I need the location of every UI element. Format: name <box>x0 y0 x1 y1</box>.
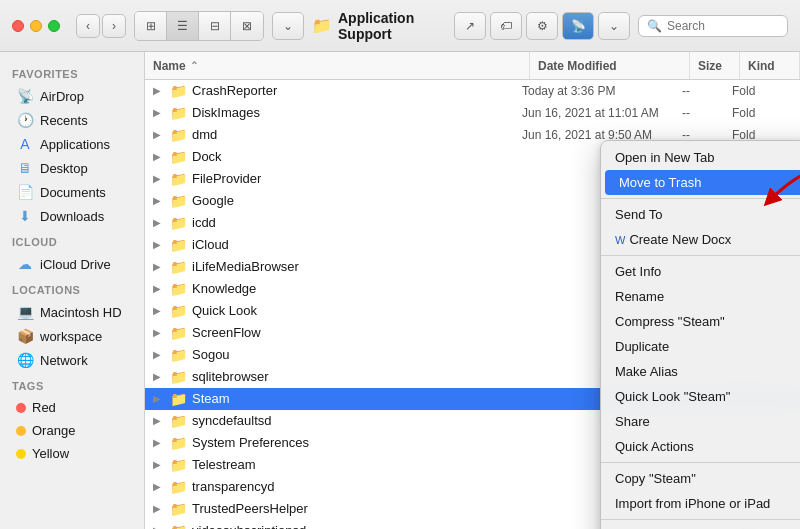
file-size: -- <box>682 106 732 120</box>
sidebar-item-label: AirDrop <box>40 89 84 104</box>
search-input[interactable] <box>667 19 779 33</box>
file-row-name: ▶ 📁 Dock <box>153 149 522 165</box>
close-button[interactable] <box>12 20 24 32</box>
list-view-button[interactable]: ☰ <box>167 12 199 40</box>
ctx-create-new-docx[interactable]: W Create New Docx <box>601 227 800 252</box>
file-name: icdd <box>192 215 216 230</box>
sidebar-item-applications[interactable]: A Applications <box>4 132 140 156</box>
file-name: System Preferences <box>192 435 309 450</box>
tag-button[interactable]: 🏷 <box>490 12 522 40</box>
view-toggle-button[interactable]: ⌄ <box>598 12 630 40</box>
sidebar-item-workspace[interactable]: 📦 workspace <box>4 324 140 348</box>
sidebar-item-downloads[interactable]: ⬇ Downloads <box>4 204 140 228</box>
view-options-button[interactable]: ⌄ <box>272 12 304 40</box>
sidebar-item-label: workspace <box>40 329 102 344</box>
ctx-make-alias[interactable]: Make Alias <box>601 359 800 384</box>
ctx-compress[interactable]: Compress "Steam" <box>601 309 800 334</box>
folder-icon: 📁 <box>170 369 187 385</box>
ctx-quick-look[interactable]: Quick Look "Steam" <box>601 384 800 409</box>
window-title: Application Support <box>338 10 446 42</box>
date-column-header[interactable]: Date Modified <box>530 52 690 79</box>
file-row-name: ▶ 📁 DiskImages <box>153 105 522 121</box>
file-row-name: ▶ 📁 TrustedPeersHelper <box>153 501 522 517</box>
file-name: DiskImages <box>192 105 260 120</box>
search-icon: 🔍 <box>647 19 662 33</box>
sidebar-item-red[interactable]: Red <box>4 396 140 419</box>
disclosure-triangle: ▶ <box>153 371 165 382</box>
sidebar-item-macintosh-hd[interactable]: 💻 Macintosh HD <box>4 300 140 324</box>
file-row-name: ▶ 📁 sqlitebrowser <box>153 369 522 385</box>
file-name: CrashReporter <box>192 83 277 98</box>
ctx-import-iphone[interactable]: Import from iPhone or iPad ▶ <box>601 491 800 516</box>
folder-icon: 📁 <box>170 303 187 319</box>
folder-icon: 📁 <box>312 16 332 35</box>
applications-icon: A <box>16 136 34 152</box>
sidebar: Favorites 📡 AirDrop 🕐 Recents A Applicat… <box>0 52 145 529</box>
sidebar-item-recents[interactable]: 🕐 Recents <box>4 108 140 132</box>
docx-icon: W <box>615 234 625 246</box>
orange-tag-dot <box>16 426 26 436</box>
folder-icon: 📁 <box>170 171 187 187</box>
ctx-share[interactable]: Share ▶ <box>601 409 800 434</box>
search-box[interactable]: 🔍 <box>638 15 788 37</box>
file-row-name: ▶ 📁 FileProvider <box>153 171 522 187</box>
sidebar-item-icloud-drive[interactable]: ☁ iCloud Drive <box>4 252 140 276</box>
file-row-name: ▶ 📁 Steam <box>153 391 522 407</box>
titlebar: ‹ › ⊞ ☰ ⊟ ⊠ ⌄ 📁 Application Support ↗ 🏷 … <box>0 0 800 52</box>
ctx-separator-1 <box>601 198 800 199</box>
sidebar-item-desktop[interactable]: 🖥 Desktop <box>4 156 140 180</box>
file-name: iLifeMediaBrowser <box>192 259 299 274</box>
context-menu: Open in New Tab Move to Trash Send To ▶ … <box>600 140 800 529</box>
ctx-get-info[interactable]: Get Info <box>601 259 800 284</box>
gallery-view-button[interactable]: ⊠ <box>231 12 263 40</box>
sidebar-item-yellow[interactable]: Yellow <box>4 442 140 465</box>
ctx-quick-actions[interactable]: Quick Actions ▶ <box>601 434 800 459</box>
ctx-use-groups[interactable]: Use Groups <box>601 523 800 529</box>
ctx-duplicate[interactable]: Duplicate <box>601 334 800 359</box>
airdrop-toolbar-button[interactable]: 📡 <box>562 12 594 40</box>
fullscreen-button[interactable] <box>48 20 60 32</box>
disclosure-triangle: ▶ <box>153 151 165 162</box>
file-name: Telestream <box>192 457 256 472</box>
hd-icon: 💻 <box>16 304 34 320</box>
locations-label: Locations <box>0 276 144 300</box>
size-column-header[interactable]: Size <box>690 52 740 79</box>
table-row[interactable]: ▶ 📁 CrashReporter Today at 3:36 PM -- Fo… <box>145 80 800 102</box>
file-row-name: ▶ 📁 transparencyd <box>153 479 522 495</box>
action-button[interactable]: ⚙ <box>526 12 558 40</box>
file-name: iCloud <box>192 237 229 252</box>
table-row[interactable]: ▶ 📁 DiskImages Jun 16, 2021 at 11:01 AM … <box>145 102 800 124</box>
file-row-name: ▶ 📁 Quick Look <box>153 303 522 319</box>
icon-view-button[interactable]: ⊞ <box>135 12 167 40</box>
disclosure-triangle: ▶ <box>153 195 165 206</box>
name-column-header[interactable]: Name ⌃ <box>145 52 530 79</box>
sidebar-item-network[interactable]: 🌐 Network <box>4 348 140 372</box>
main-area: Favorites 📡 AirDrop 🕐 Recents A Applicat… <box>0 52 800 529</box>
back-button[interactable]: ‹ <box>76 14 100 38</box>
file-row-name: ▶ 📁 iCloud <box>153 237 522 253</box>
disclosure-triangle: ▶ <box>153 525 165 529</box>
folder-icon: 📁 <box>170 479 187 495</box>
sidebar-item-documents[interactable]: 📄 Documents <box>4 180 140 204</box>
ctx-send-to[interactable]: Send To ▶ <box>601 202 800 227</box>
disclosure-triangle: ▶ <box>153 459 165 470</box>
file-name: Google <box>192 193 234 208</box>
nav-buttons: ‹ › <box>76 14 126 38</box>
sidebar-item-airdrop[interactable]: 📡 AirDrop <box>4 84 140 108</box>
disclosure-triangle: ▶ <box>153 327 165 338</box>
file-name: Knowledge <box>192 281 256 296</box>
kind-column-header[interactable]: Kind <box>740 52 800 79</box>
ctx-rename[interactable]: Rename <box>601 284 800 309</box>
disclosure-triangle: ▶ <box>153 173 165 184</box>
forward-button[interactable]: › <box>102 14 126 38</box>
ctx-open-new-tab[interactable]: Open in New Tab <box>601 145 800 170</box>
column-view-button[interactable]: ⊟ <box>199 12 231 40</box>
share-toolbar-button[interactable]: ↗ <box>454 12 486 40</box>
ctx-move-to-trash[interactable]: Move to Trash <box>605 170 800 195</box>
sidebar-item-orange[interactable]: Orange <box>4 419 140 442</box>
minimize-button[interactable] <box>30 20 42 32</box>
file-row-name: ▶ 📁 syncdefaultsd <box>153 413 522 429</box>
disclosure-triangle: ▶ <box>153 261 165 272</box>
ctx-copy[interactable]: Copy "Steam" <box>601 466 800 491</box>
sidebar-item-label: Documents <box>40 185 106 200</box>
